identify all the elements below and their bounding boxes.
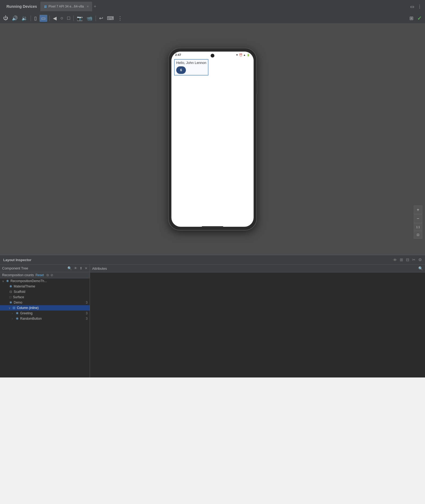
tree-label-greeting: Greeting xyxy=(20,311,33,315)
zoom-controls: + − 1:1 ⊡ xyxy=(414,206,422,239)
component-tree-header: Component Tree 🔍 👁 ⬆ ✕ xyxy=(0,265,90,272)
phone-app-content: Hello, John Lennon 6 xyxy=(171,57,254,79)
expand-root-icon: ∨ xyxy=(2,280,5,283)
power-icon[interactable]: ⏻ xyxy=(2,15,9,21)
tree-label-randombtn: RandomButton xyxy=(20,317,42,321)
phone-status-bar: 2:47 ▼ ⏰ ▲ 🔋 xyxy=(171,52,254,57)
layout-inspector-icon[interactable]: ⊞ xyxy=(408,15,415,22)
keyboard-icon[interactable]: ⌨ xyxy=(106,15,115,22)
device-toolbar: ⏻ 🔊 🔉 ▯ ▭ ◀ ○ □ 📷 📹 ↩ ⌨ ⋮ ⊞ ✓ xyxy=(0,13,425,24)
attributes-header: Attributes 🔍 xyxy=(90,265,425,272)
layout-inspector-title: Layout Inspector xyxy=(3,258,31,262)
recomp-copy-icon[interactable]: ⧉ xyxy=(46,273,49,277)
tree-item-surface[interactable]: □ Surface xyxy=(0,294,90,300)
status-icons: ▼ ⏰ ▲ 🔋 xyxy=(236,53,250,56)
volume-up-icon[interactable]: 🔊 xyxy=(11,15,19,22)
alarm-icon: ⏰ xyxy=(239,53,242,56)
recomposition-label: Recomposition counts xyxy=(2,273,34,277)
compose-icon-randombtn: ❋ xyxy=(16,317,19,321)
recents-icon[interactable]: □ xyxy=(66,15,71,21)
screenshot-icon[interactable]: 📷 xyxy=(76,15,84,22)
tree-label-root: RecompositionDemoTh... xyxy=(10,279,47,283)
highlighted-compose-area: Hello, John Lennon 6 xyxy=(174,59,208,75)
tree-item-demo[interactable]: ❋ Demo 3 xyxy=(0,300,90,305)
outline-icon-surface: □ xyxy=(9,295,11,299)
window-controls: ▭ ⋮ xyxy=(410,4,422,9)
li-2d-icon[interactable]: ⊞ xyxy=(400,257,403,262)
phone-counter-button[interactable]: 6 xyxy=(176,66,186,74)
counter-value: 6 xyxy=(180,68,182,72)
recomp-clear-icon[interactable]: ⊘ xyxy=(51,273,53,277)
ct-filter-icon[interactable]: 👁 xyxy=(74,266,77,270)
device-tab[interactable]: 🖥 Pixel 7 API 34 e...64-v8a ✕ xyxy=(40,2,92,11)
tree-label-column: Column (inline) xyxy=(17,306,39,310)
portrait-icon[interactable]: ▯ xyxy=(33,15,38,22)
tree-item-root[interactable]: ∨ ❋ RecompositionDemoTh... xyxy=(0,278,90,284)
tree-item-material[interactable]: ❋ MaterialTheme xyxy=(0,284,90,289)
ct-close-icon[interactable]: ✕ xyxy=(85,266,88,270)
add-tab-button[interactable]: + xyxy=(94,4,96,9)
ct-search-icon[interactable]: 🔍 xyxy=(67,266,72,270)
top-bar: Running Devices 🖥 Pixel 7 API 34 e...64-… xyxy=(0,0,425,13)
run-icon[interactable]: ✓ xyxy=(416,15,423,22)
tree-label-scaffold: Scaffold xyxy=(14,290,25,294)
component-tree-icons: 🔍 👁 ⬆ ✕ xyxy=(67,266,88,270)
recomposition-icons: ⧉ ⊘ xyxy=(46,273,53,277)
landscape-icon[interactable]: ▭ xyxy=(39,15,47,22)
volume-down-icon[interactable]: 🔉 xyxy=(20,15,28,22)
tree-item-scaffold[interactable]: ⊟ Scaffold xyxy=(0,289,90,294)
tree-count-greeting: 3 xyxy=(86,311,88,315)
zoom-in-button[interactable]: + xyxy=(414,206,422,214)
zoom-value: 1:1 xyxy=(416,226,420,229)
tab-close-icon[interactable]: ✕ xyxy=(87,5,89,8)
tree-count-demo: 3 xyxy=(86,301,88,304)
tree-label-surface: Surface xyxy=(13,295,24,299)
component-tree-title: Component Tree xyxy=(2,266,28,270)
li-clip-icon[interactable]: ✂ xyxy=(412,257,416,262)
compose-icon-material: ❋ xyxy=(9,285,12,288)
attributes-panel: Attributes 🔍 xyxy=(90,265,425,377)
li-3d-icon[interactable]: ⊟ xyxy=(406,257,409,262)
phone-screen: 2:47 ▼ ⏰ ▲ 🔋 Hello, John Lennon 6 xyxy=(171,52,254,227)
expand-column-icon: ∨ xyxy=(9,307,12,309)
expand-randombtn-icon: › xyxy=(12,317,15,320)
compose-icon-root: ❋ xyxy=(6,279,9,283)
screenrecord-icon[interactable]: 📹 xyxy=(85,15,93,22)
li-eye-icon[interactable]: 👁 xyxy=(393,258,397,262)
layout-inspector-panel: Layout Inspector 👁 ⊞ ⊟ ✂ ⚙ Component Tre… xyxy=(0,255,425,377)
plus-icon: + xyxy=(417,207,419,212)
compose-icon-demo: ❋ xyxy=(9,301,12,304)
window-more-icon[interactable]: ⋮ xyxy=(417,4,422,9)
toolbar-separator-2 xyxy=(49,16,50,21)
layout-inspector-header: Layout Inspector 👁 ⊞ ⊟ ✂ ⚙ xyxy=(0,255,425,265)
battery-icon: 🔋 xyxy=(247,53,250,56)
zoom-fit-button[interactable]: ⊡ xyxy=(414,231,422,239)
window-expand-icon[interactable]: ▭ xyxy=(410,4,414,9)
toolbar-separator-3 xyxy=(73,16,74,21)
recomposition-bar: Recomposition counts Reset ⧉ ⊘ xyxy=(0,272,90,278)
tree-item-greeting[interactable]: › ❋ Greeting 3 xyxy=(0,311,90,316)
attributes-search-icon[interactable]: 🔍 xyxy=(418,266,423,271)
phone-greeting-text: Hello, John Lennon xyxy=(176,61,206,65)
layout-inspector-toolbar: 👁 ⊞ ⊟ ✂ ⚙ xyxy=(393,257,422,262)
rotate-icon[interactable]: ↩ xyxy=(98,15,104,22)
back-icon[interactable]: ◀ xyxy=(52,15,58,22)
ct-up-icon[interactable]: ⬆ xyxy=(80,266,82,270)
zoom-out-button[interactable]: − xyxy=(414,214,422,223)
tree-item-randombtn[interactable]: › ❋ RandomButton 3 xyxy=(0,316,90,321)
phone-mockup: 2:47 ▼ ⏰ ▲ 🔋 Hello, John Lennon 6 xyxy=(168,48,257,231)
home-icon[interactable]: ○ xyxy=(59,15,64,21)
phone-screen-wrapper: 2:47 ▼ ⏰ ▲ 🔋 Hello, John Lennon 6 xyxy=(171,52,254,227)
tree-item-column[interactable]: ∨ ⊟ Column (inline) xyxy=(0,305,90,311)
more-icon[interactable]: ⋮ xyxy=(117,15,124,22)
bottom-split-panel: Component Tree 🔍 👁 ⬆ ✕ Recomposition cou… xyxy=(0,265,425,377)
li-settings-icon[interactable]: ⚙ xyxy=(418,257,422,262)
toolbar-right-actions: ⊞ ✓ xyxy=(408,15,423,22)
recomposition-reset-button[interactable]: Reset xyxy=(35,273,44,277)
fit-icon: ⊡ xyxy=(417,233,419,237)
device-tab-label: Pixel 7 API 34 e...64-v8a xyxy=(49,5,84,8)
running-devices-title: Running Devices xyxy=(3,4,40,9)
tree-count-randombtn: 3 xyxy=(86,317,88,321)
zoom-level-label: 1:1 xyxy=(414,223,422,231)
tree-label-demo: Demo xyxy=(14,301,22,304)
